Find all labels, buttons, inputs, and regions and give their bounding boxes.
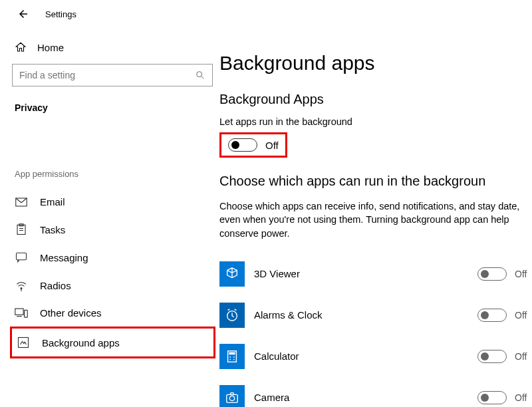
3d-viewer-icon — [219, 261, 245, 287]
sidebar-item-tasks[interactable]: Tasks — [12, 215, 219, 243]
svg-point-20 — [233, 359, 235, 360]
app-name: Calculator — [254, 350, 468, 362]
svg-rect-16 — [229, 352, 235, 354]
app-row-3d-viewer: 3D Viewer Off — [219, 253, 532, 295]
sidebar-item-label: Tasks — [40, 224, 65, 235]
sidebar-item-label: Radios — [40, 280, 71, 291]
section-label: Privacy — [12, 100, 219, 116]
radios-icon — [15, 279, 28, 291]
section-title: Background Apps — [219, 92, 532, 107]
svg-point-0 — [197, 72, 202, 77]
email-icon — [15, 198, 28, 207]
sidebar: Home Privacy App permissions Email — [0, 28, 219, 407]
search-icon — [195, 70, 205, 80]
svg-rect-7 — [17, 253, 27, 260]
svg-line-1 — [201, 76, 203, 78]
home-nav[interactable]: Home — [12, 36, 219, 64]
app-toggle[interactable] — [477, 309, 507, 322]
other-devices-icon — [15, 308, 28, 319]
camera-icon — [219, 385, 245, 407]
app-toggle-state: Off — [515, 351, 532, 362]
app-row-alarms-clock: Alarms & Clock Off — [219, 295, 532, 336]
toggle-description: Let apps run in the background — [219, 116, 532, 127]
master-toggle-row: Off — [219, 132, 287, 158]
sidebar-item-messaging[interactable]: Messaging — [12, 243, 219, 271]
home-icon — [15, 41, 27, 53]
app-name: Camera — [254, 392, 468, 403]
svg-point-19 — [229, 359, 231, 360]
arrow-left-icon — [17, 8, 29, 20]
app-toggle[interactable] — [477, 350, 507, 363]
svg-point-17 — [229, 356, 231, 358]
sidebar-item-label: Messaging — [40, 252, 88, 263]
master-toggle-state: Off — [265, 140, 279, 151]
alarms-clock-icon — [219, 303, 245, 328]
window-title: Settings — [45, 9, 76, 19]
app-row-camera: Camera Off — [219, 377, 532, 407]
svg-point-22 — [229, 396, 234, 400]
back-button[interactable] — [17, 8, 29, 20]
app-toggle-state: Off — [515, 392, 532, 403]
app-toggle[interactable] — [477, 391, 507, 404]
calculator-icon — [219, 344, 245, 369]
messaging-icon — [15, 251, 28, 263]
titlebar: Settings — [0, 0, 532, 28]
svg-rect-10 — [15, 309, 23, 315]
sidebar-item-label: Email — [40, 196, 65, 207]
home-label: Home — [37, 42, 64, 53]
choose-title: Choose which apps can run in the backgro… — [219, 174, 532, 189]
app-permissions-header: App permissions — [12, 169, 219, 188]
content-pane: Background apps Background Apps Let apps… — [219, 28, 532, 407]
tasks-icon — [15, 223, 28, 235]
background-apps-icon — [17, 337, 30, 348]
svg-rect-11 — [25, 310, 28, 317]
page-title: Background apps — [219, 52, 532, 74]
svg-point-18 — [233, 356, 235, 358]
sidebar-item-label: Background apps — [42, 337, 120, 348]
choose-description: Choose which apps can receive info, send… — [219, 200, 525, 240]
sidebar-item-other-devices[interactable]: Other devices — [12, 299, 219, 327]
master-toggle[interactable] — [228, 138, 257, 152]
sidebar-item-label: Other devices — [40, 307, 102, 319]
app-row-calculator: Calculator Off — [219, 336, 532, 377]
search-box[interactable] — [12, 64, 213, 86]
svg-rect-3 — [17, 225, 25, 234]
app-toggle-state: Off — [515, 269, 532, 279]
search-input[interactable] — [19, 70, 195, 80]
app-toggle[interactable] — [477, 267, 507, 281]
app-name: Alarms & Clock — [254, 309, 468, 321]
sidebar-item-radios[interactable]: Radios — [12, 271, 219, 299]
app-toggle-state: Off — [515, 310, 532, 321]
sidebar-item-background-apps[interactable]: Background apps — [10, 327, 215, 358]
app-name: 3D Viewer — [254, 268, 468, 279]
sidebar-item-email[interactable]: Email — [12, 188, 219, 215]
